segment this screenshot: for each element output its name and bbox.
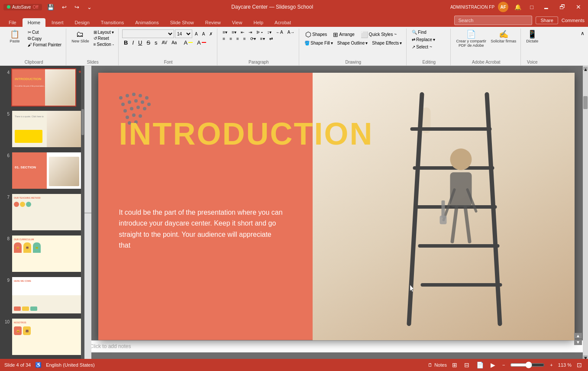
- slideshow-button[interactable]: ▶: [489, 361, 497, 369]
- increase-indent-button[interactable]: ⇥: [247, 29, 254, 35]
- line-spacing-button[interactable]: ↕▾: [265, 29, 273, 35]
- slide-thumb-4[interactable]: 4 INTRODUCTION It could be the part of t…: [2, 68, 83, 107]
- slide-thumb-9[interactable]: 9 HERE WE COME: [2, 275, 83, 315]
- close-button[interactable]: ✕: [572, 3, 585, 11]
- scroll-up-arrow[interactable]: ▲: [583, 67, 588, 70]
- notes-button[interactable]: 🗒 Notes: [428, 362, 447, 368]
- notification-button[interactable]: 🔔: [512, 3, 524, 11]
- collapse-up-button[interactable]: ▲: [574, 333, 582, 339]
- shape-fill-button[interactable]: 🪣 Shape Fill▾: [303, 40, 334, 46]
- slide-thumb-10[interactable]: 10 NOSOTROS 🐱 🐻: [2, 317, 83, 357]
- slide-thumb-7[interactable]: 7 OUR TEACHING METHOD: [2, 192, 83, 232]
- minimize-button[interactable]: 🗕: [540, 3, 552, 11]
- font-grow-button[interactable]: A: [193, 31, 200, 37]
- fit-slide-button[interactable]: ⊡: [575, 361, 584, 369]
- arrange-button[interactable]: ⊞ Arrange: [330, 30, 357, 39]
- align-right-button[interactable]: ≡: [235, 36, 241, 42]
- slide-panel-scrollbar[interactable]: [81, 66, 84, 359]
- tab-acrobat[interactable]: Acrobat: [269, 18, 296, 27]
- tab-slideshow[interactable]: Slide Show: [165, 18, 199, 27]
- slide-canvas[interactable]: INTRODUCTION It could be the part of the…: [98, 73, 575, 340]
- shape-outline-button[interactable]: Shape Outline▾: [336, 40, 369, 46]
- maximize-button[interactable]: 🗗: [556, 3, 569, 11]
- collapse-ribbon-button[interactable]: ∧: [579, 29, 586, 38]
- font-color-button[interactable]: A: [195, 39, 208, 46]
- align-left-button[interactable]: ≡: [221, 36, 227, 42]
- section-button[interactable]: ≡ Section -: [92, 42, 116, 47]
- char-spacing-button[interactable]: AV: [160, 40, 169, 45]
- search-input[interactable]: [454, 16, 532, 25]
- rtl-button[interactable]: ←A: [274, 29, 285, 35]
- format-painter-button[interactable]: 🖌 Format Painter: [26, 42, 63, 48]
- scroll-down-arrow[interactable]: ▼: [583, 355, 588, 359]
- copy-button[interactable]: ⧉ Copy: [26, 35, 63, 42]
- notes-area[interactable]: Click to add notes: [84, 340, 588, 352]
- align-center-button[interactable]: ≡: [228, 36, 234, 42]
- underline-button[interactable]: U: [136, 39, 144, 46]
- share-button[interactable]: Share: [536, 16, 558, 24]
- paste-button[interactable]: 📋 Paste: [4, 29, 25, 44]
- font-size-select[interactable]: 14: [175, 29, 192, 38]
- italic-button[interactable]: I: [130, 39, 136, 46]
- canvas-scrollbar[interactable]: ▲ ▼: [583, 66, 588, 359]
- collapse-down-button[interactable]: ▼: [574, 339, 582, 345]
- replace-button[interactable]: ⇄ Replace▾: [410, 37, 437, 42]
- ribbon-display-button[interactable]: □: [527, 3, 536, 11]
- numbering-button[interactable]: ≡▾: [230, 29, 238, 35]
- dictate-button[interactable]: 📱 Dictate: [524, 29, 540, 44]
- shape-fill-icon: 🪣: [304, 41, 310, 45]
- convert-to-smartart-button[interactable]: ⇄: [268, 36, 275, 42]
- comments-button[interactable]: Comments: [562, 18, 585, 23]
- normal-view-button[interactable]: ⊞: [450, 361, 459, 369]
- font-family-select[interactable]: [122, 29, 174, 38]
- cut-button[interactable]: ✂ Cut: [26, 29, 63, 35]
- slide-title[interactable]: INTRODUCTION: [119, 118, 374, 149]
- tab-animations[interactable]: Animations: [130, 18, 164, 27]
- reading-view-button[interactable]: 📄: [475, 361, 485, 369]
- quick-styles-button[interactable]: ⬜ Quick Styles ~: [358, 30, 399, 39]
- strikethrough-button[interactable]: S: [145, 39, 152, 46]
- clear-format-button[interactable]: ✗: [207, 31, 214, 37]
- select-button[interactable]: ↗ Select ~: [410, 44, 433, 50]
- slide-thumb-5[interactable]: 5 There is a quote. Click here to: [2, 109, 83, 149]
- slide-sorter-button[interactable]: ⊟: [462, 361, 471, 369]
- bold-button[interactable]: B: [122, 39, 129, 46]
- autosave-button[interactable]: AutoSave Off: [3, 4, 42, 10]
- ltr-button[interactable]: A→: [286, 29, 297, 35]
- columns-button[interactable]: ⫸▾: [255, 29, 265, 35]
- tab-design[interactable]: Design: [70, 18, 95, 27]
- tab-review[interactable]: Review: [200, 18, 226, 27]
- layout-button[interactable]: ⊞ Layout ▾: [92, 29, 116, 35]
- customize-qat-button[interactable]: ⌄: [84, 3, 94, 11]
- bullets-button[interactable]: ≡▾: [221, 29, 229, 35]
- sign-button[interactable]: ✍ Solicitar firmas: [489, 29, 518, 44]
- tab-help[interactable]: Help: [248, 18, 268, 27]
- undo-button[interactable]: ↩: [59, 3, 69, 11]
- zoom-slider[interactable]: [510, 361, 545, 368]
- find-button[interactable]: 🔍 Find: [410, 29, 428, 35]
- reset-button[interactable]: ↺ Reset: [92, 35, 116, 41]
- tab-insert[interactable]: Insert: [46, 18, 69, 27]
- font-shrink-button[interactable]: A: [200, 31, 207, 37]
- new-slide-button[interactable]: 🗂 New Slide: [70, 29, 91, 44]
- tab-home[interactable]: Home: [23, 18, 45, 27]
- justify-button[interactable]: ≡: [242, 36, 248, 42]
- slide-thumb-6[interactable]: 6 01. SECTION: [2, 151, 83, 190]
- tab-transitions[interactable]: Transitions: [96, 18, 129, 27]
- change-case-button[interactable]: Aa: [170, 40, 178, 45]
- tab-file[interactable]: File: [3, 18, 22, 27]
- slide-body-text[interactable]: It could be the part of the presentation…: [119, 207, 284, 251]
- tab-view[interactable]: View: [227, 18, 248, 27]
- slide-thumb-8[interactable]: 8 OUR CURRICULUM 🐱 🐻 🐸: [2, 234, 83, 274]
- layout-icon: ⊞: [94, 30, 97, 35]
- text-direction-button[interactable]: ⟳▾: [249, 36, 258, 42]
- decrease-indent-button[interactable]: ⇤: [239, 29, 246, 35]
- shadow-button[interactable]: s: [153, 39, 159, 46]
- highlight-button[interactable]: A: [182, 39, 194, 46]
- shapes-button[interactable]: ⬡ Shapes: [303, 29, 330, 39]
- align-text-button[interactable]: ≡▾: [258, 36, 267, 42]
- redo-button[interactable]: ↪: [72, 3, 82, 11]
- save-button[interactable]: 💾: [45, 3, 57, 11]
- shape-effects-button[interactable]: Shape Effects▾: [370, 40, 404, 46]
- create-pdf-button[interactable]: 📄 Crear y compartir PDF de Adobe: [454, 29, 488, 48]
